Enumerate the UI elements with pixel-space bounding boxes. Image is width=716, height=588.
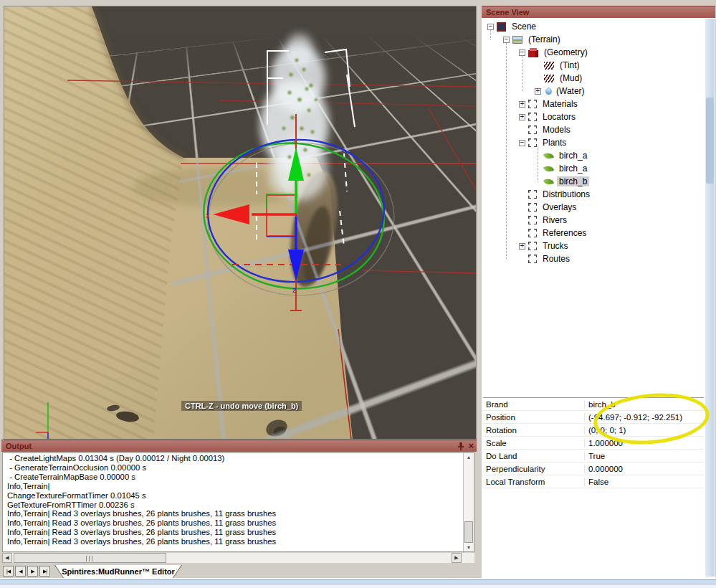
tree-item-overlays[interactable]: Overlays [483,201,702,214]
group-icon [528,138,537,147]
scene-view-titlebar[interactable]: Scene View [482,6,715,18]
first-tab-button[interactable]: |◀ [3,566,14,577]
tree-item-label: Overlays [540,202,578,212]
property-row-perpendicularity[interactable]: Perpendicularity0.000000 [483,463,704,475]
output-vertical-scrollbar[interactable]: ▲ ▼ [463,453,474,551]
tree-item-water[interactable]: +(Water) [483,85,702,98]
tree-guide [538,146,538,181]
tree-guide [522,56,522,91]
property-label: Perpendicularity [483,465,585,473]
tree-item-rivers[interactable]: Rivers [483,214,702,227]
collapse-minus-icon[interactable]: − [519,49,525,56]
property-value[interactable]: 1.000000 [585,439,623,447]
tree-item-birch_a[interactable]: birch_a [483,149,702,162]
expand-plus-icon[interactable]: + [535,88,541,95]
output-log-line: Info,Terrain| Read 3 overlays brushes, 2… [7,518,463,528]
output-log-line: GetTextureFromRTTimer 0.00236 s [7,501,463,510]
prev-tab-button[interactable]: ◀ [15,566,26,577]
gizmo-z-arrow[interactable] [288,217,304,281]
transform-gizmo: x z [196,114,398,310]
gizmo-plane-handle-z[interactable] [267,222,295,237]
output-log-line: Info,Terrain| [7,482,463,491]
editor-tab[interactable]: Spintires:MudRunner™ Editor [54,565,182,579]
collapse-minus-icon[interactable]: − [487,24,494,30]
property-row-rotation[interactable]: Rotation(0; 0; 0; 1) [483,424,704,437]
tree-item-scene[interactable]: −Scene [483,20,702,33]
tree-item-birch_a[interactable]: birch_a [483,162,702,175]
output-log-line: Info,Terrain| Read 3 overlays brushes, 2… [7,537,463,546]
scroll-right-icon[interactable]: ▶ [452,553,462,563]
group-icon [528,125,537,134]
property-row-do-land[interactable]: Do LandTrue [483,450,704,463]
property-row-brand[interactable]: Brandbirch_b [483,398,704,411]
expand-plus-icon[interactable]: + [519,243,525,250]
tree-item-label: (Water) [554,86,587,96]
tree-item-locators[interactable]: +Locators [483,110,702,123]
tree-item-label: (Mud) [558,73,584,83]
property-value[interactable]: True [585,452,605,460]
tree-item-label: Routes [540,254,572,264]
viewport-3d[interactable]: x z CTRL-Z - undo move (birch_b) [4,6,477,440]
tree-item-materials[interactable]: +Materials [483,98,702,110]
scroll-up-icon[interactable]: ▲ [464,455,474,460]
scroll-left-icon[interactable]: ◀ [2,553,12,563]
scrollbar-thumb[interactable] [14,553,166,563]
scroll-down-icon[interactable]: ▼ [464,545,474,550]
scene-icon [497,22,506,32]
property-row-position[interactable]: Position(-94.697; -0.912; -92.251) [483,411,704,424]
tree-item-label: birch_a [557,151,589,161]
scene-tree: −Scene−(Terrain)−(Geometry)(Tint)(Mud)+(… [483,20,702,265]
tree-item-mud[interactable]: (Mud) [483,72,702,85]
status-strip [0,578,716,588]
collapse-minus-icon[interactable]: − [503,37,510,43]
group-icon [528,190,537,199]
expand-plus-icon[interactable]: + [519,114,525,120]
tree-item-trucks[interactable]: +Trucks [483,240,702,252]
close-icon[interactable]: × [468,441,474,451]
axis-x-label: x [206,211,210,219]
pin-icon[interactable] [457,442,464,451]
scrollbar-thumb[interactable] [464,521,473,543]
group-icon [528,242,537,250]
tree-item-label: Trucks [540,241,571,251]
property-value[interactable]: 0.000000 [585,465,623,473]
document-tab-bar: |◀◀▶▶| Spintires:MudRunner™ Editor [1,565,477,579]
tree-item-plants[interactable]: −Plants [483,136,702,149]
property-value[interactable]: birch_b [585,400,616,409]
tree-item-terrain[interactable]: −(Terrain) [483,33,702,46]
gizmo-x-arrow[interactable] [213,204,296,224]
next-tab-button[interactable]: ▶ [27,566,38,577]
property-value[interactable]: False [585,478,608,486]
expand-plus-icon[interactable]: + [519,101,525,108]
tree-item-references[interactable]: References [483,227,702,240]
scene-tree-scrollbar[interactable] [705,19,715,577]
tree-item-tint[interactable]: (Tint) [483,59,702,72]
leaf-icon [543,151,554,161]
tree-item-label: (Terrain) [526,34,563,44]
tree-item-birch_b[interactable]: birch_b [483,175,702,188]
undo-hint-hud: CTRL-Z - undo move (birch_b) [181,401,302,411]
tree-item-label: Rivers [540,215,569,225]
output-horizontal-scrollbar[interactable]: ◀ ▶ [2,553,474,563]
scrollbar-thumb[interactable] [706,98,714,184]
tree-guide [506,43,507,259]
tree-item-label: References [540,228,588,238]
last-tab-button[interactable]: ▶| [39,566,50,577]
group-icon [528,229,537,237]
property-value[interactable]: (-94.697; -0.912; -92.251) [585,413,682,422]
tree-item-models[interactable]: Models [483,123,702,136]
tree-item-label: birch_b [557,176,589,186]
property-row-local-transform[interactable]: Local TransformFalse [483,475,704,488]
tree-item-geometry[interactable]: −(Geometry) [483,46,702,59]
terrain-icon [512,36,522,44]
property-value[interactable]: (0; 0; 0; 1) [585,426,626,435]
gizmo-layer: x z [4,6,477,440]
tree-item-routes[interactable]: Routes [483,252,702,265]
tree-item-distributions[interactable]: Distributions [483,188,702,201]
property-row-scale[interactable]: Scale1.000000 [483,437,704,450]
group-icon [528,203,537,212]
output-titlebar[interactable]: Output × [1,440,477,452]
tree-guide [490,30,491,39]
collapse-minus-icon[interactable]: − [519,140,525,146]
output-log-area: - CreateLightMaps 0.01304 s (Day 0.00012… [2,452,474,552]
